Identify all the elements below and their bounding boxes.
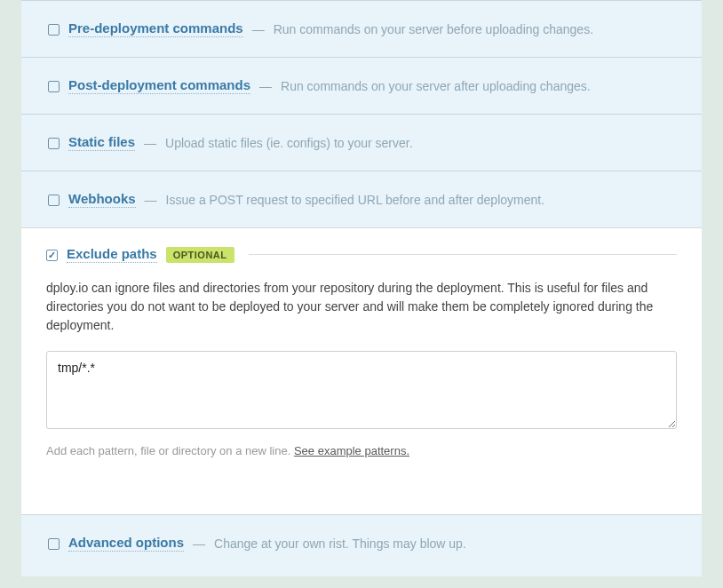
section-gap [21, 484, 702, 514]
section-post-deployment: Post-deployment commands — Run commands … [21, 57, 702, 114]
section-static-files: Static files — Upload static files (ie. … [21, 114, 702, 171]
section-webhooks: Webhooks — Issue a POST request to speci… [21, 171, 702, 227]
title-exclude-paths[interactable]: Exclude paths [67, 246, 157, 263]
desc-static-files: Upload static files (ie. configs) to you… [165, 136, 413, 150]
title-webhooks[interactable]: Webhooks [68, 191, 136, 208]
separator: — [252, 22, 265, 36]
checkbox-exclude-paths[interactable] [46, 250, 58, 261]
desc-webhooks: Issue a POST request to specified URL be… [166, 193, 544, 207]
section-pre-deployment: Pre-deployment commands — Run commands o… [21, 0, 702, 57]
checkbox-webhooks[interactable] [48, 195, 60, 206]
divider-line [249, 254, 677, 255]
title-post-deployment[interactable]: Post-deployment commands [68, 77, 250, 94]
checkbox-static-files[interactable] [48, 138, 60, 149]
section-exclude-paths: Exclude paths OPTIONAL dploy.io can igno… [21, 227, 702, 484]
badge-optional: OPTIONAL [166, 247, 234, 263]
checkbox-pre-deployment[interactable] [48, 24, 60, 36]
section-advanced-options: Advanced options — Change at your own ri… [21, 514, 702, 571]
title-pre-deployment[interactable]: Pre-deployment commands [68, 20, 243, 37]
desc-pre-deployment: Run commands on your server before uploa… [274, 22, 593, 36]
separator: — [144, 136, 156, 150]
desc-advanced-options: Change at your own rist. Things may blow… [214, 536, 466, 551]
example-patterns-link[interactable]: See example patterns. [294, 444, 409, 457]
help-prefix: Add each pattern, file or directory on a… [46, 444, 294, 457]
title-static-files[interactable]: Static files [68, 134, 135, 151]
checkbox-post-deployment[interactable] [48, 81, 60, 92]
checkbox-advanced-options[interactable] [48, 538, 60, 550]
title-advanced-options[interactable]: Advanced options [68, 535, 184, 552]
separator: — [259, 79, 272, 93]
separator: — [145, 193, 157, 207]
exclude-paths-textarea[interactable] [46, 351, 677, 429]
bottom-gap [21, 571, 702, 576]
exclude-paths-help: Add each pattern, file or directory on a… [46, 444, 677, 457]
exclude-paths-description: dploy.io can ignore files and directorie… [46, 279, 677, 335]
deployment-settings-panel: Pre-deployment commands — Run commands o… [0, 0, 723, 576]
desc-post-deployment: Run commands on your server after upload… [281, 79, 591, 93]
separator: — [193, 536, 205, 551]
